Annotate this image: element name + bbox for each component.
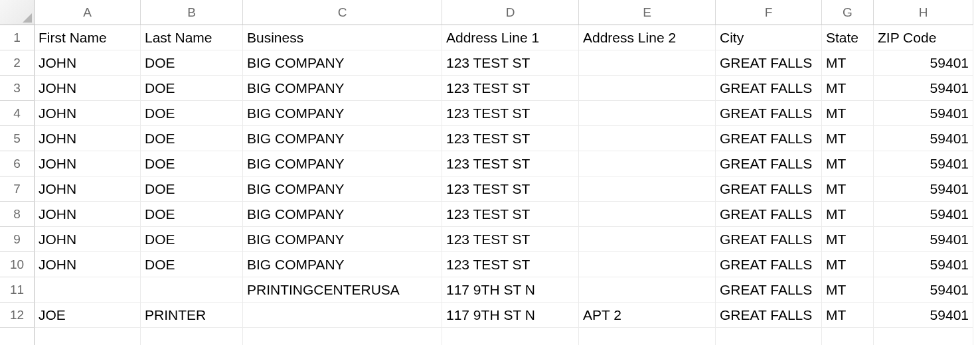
column-header[interactable]: C: [243, 0, 442, 25]
table-cell[interactable]: MT: [822, 303, 874, 328]
table-cell[interactable]: DOE: [141, 227, 243, 252]
table-cell[interactable]: DOE: [141, 202, 243, 227]
table-cell[interactable]: 123 TEST ST: [442, 126, 579, 151]
table-cell[interactable]: 117 9TH ST N: [442, 277, 579, 303]
table-cell[interactable]: 59401: [874, 151, 973, 176]
row-header[interactable]: 6: [0, 151, 35, 176]
table-cell[interactable]: [822, 328, 874, 345]
table-cell[interactable]: [579, 277, 716, 303]
select-all-corner[interactable]: [0, 0, 35, 25]
table-cell[interactable]: GREAT FALLS: [716, 227, 822, 252]
table-cell[interactable]: 123 TEST ST: [442, 151, 579, 176]
table-cell[interactable]: [579, 76, 716, 101]
table-header-cell[interactable]: ZIP Code: [874, 25, 973, 50]
table-cell[interactable]: MT: [822, 151, 874, 176]
column-header[interactable]: G: [822, 0, 874, 25]
table-cell[interactable]: 123 TEST ST: [442, 76, 579, 101]
table-cell[interactable]: [243, 303, 442, 328]
table-cell[interactable]: [35, 328, 141, 345]
table-cell[interactable]: BIG COMPANY: [243, 227, 442, 252]
table-cell[interactable]: MT: [822, 202, 874, 227]
row-header[interactable]: 8: [0, 202, 35, 227]
table-cell[interactable]: 123 TEST ST: [442, 252, 579, 277]
table-cell[interactable]: 59401: [874, 252, 973, 277]
table-cell[interactable]: [579, 252, 716, 277]
table-cell[interactable]: GREAT FALLS: [716, 76, 822, 101]
table-cell[interactable]: GREAT FALLS: [716, 176, 822, 202]
table-cell[interactable]: 59401: [874, 227, 973, 252]
table-cell[interactable]: [716, 328, 822, 345]
table-cell[interactable]: JOHN: [35, 101, 141, 126]
table-cell[interactable]: GREAT FALLS: [716, 252, 822, 277]
table-cell[interactable]: MT: [822, 101, 874, 126]
table-cell[interactable]: 59401: [874, 126, 973, 151]
table-cell[interactable]: GREAT FALLS: [716, 151, 822, 176]
table-cell[interactable]: [442, 328, 579, 345]
table-cell[interactable]: GREAT FALLS: [716, 202, 822, 227]
table-cell[interactable]: GREAT FALLS: [716, 277, 822, 303]
table-cell[interactable]: [141, 328, 243, 345]
row-header[interactable]: 5: [0, 126, 35, 151]
table-cell[interactable]: 123 TEST ST: [442, 227, 579, 252]
column-header[interactable]: D: [442, 0, 579, 25]
table-cell[interactable]: MT: [822, 50, 874, 76]
table-cell[interactable]: 123 TEST ST: [442, 202, 579, 227]
column-header[interactable]: A: [35, 0, 141, 25]
table-cell[interactable]: [579, 328, 716, 345]
table-cell[interactable]: MT: [822, 126, 874, 151]
table-cell[interactable]: DOE: [141, 252, 243, 277]
table-cell[interactable]: JOHN: [35, 76, 141, 101]
table-header-cell[interactable]: First Name: [35, 25, 141, 50]
table-cell[interactable]: [579, 50, 716, 76]
table-cell[interactable]: DOE: [141, 50, 243, 76]
table-cell[interactable]: BIG COMPANY: [243, 151, 442, 176]
table-cell[interactable]: BIG COMPANY: [243, 101, 442, 126]
table-header-cell[interactable]: Address Line 2: [579, 25, 716, 50]
table-cell[interactable]: JOHN: [35, 252, 141, 277]
row-header[interactable]: 9: [0, 227, 35, 252]
table-cell[interactable]: [579, 151, 716, 176]
table-cell[interactable]: DOE: [141, 126, 243, 151]
table-cell[interactable]: MT: [822, 252, 874, 277]
table-cell[interactable]: BIG COMPANY: [243, 176, 442, 202]
spreadsheet-grid[interactable]: ABCDEFGH1First NameLast NameBusinessAddr…: [0, 0, 980, 345]
row-header[interactable]: 10: [0, 252, 35, 277]
row-header[interactable]: 2: [0, 50, 35, 76]
table-cell[interactable]: 59401: [874, 303, 973, 328]
row-header[interactable]: [0, 328, 35, 345]
table-cell[interactable]: [579, 176, 716, 202]
column-header[interactable]: E: [579, 0, 716, 25]
table-cell[interactable]: APT 2: [579, 303, 716, 328]
table-header-cell[interactable]: Address Line 1: [442, 25, 579, 50]
table-cell[interactable]: BIG COMPANY: [243, 202, 442, 227]
table-cell[interactable]: [874, 328, 973, 345]
table-header-cell[interactable]: Business: [243, 25, 442, 50]
table-cell[interactable]: 59401: [874, 277, 973, 303]
table-cell[interactable]: PRINTINGCENTERUSA: [243, 277, 442, 303]
table-header-cell[interactable]: Last Name: [141, 25, 243, 50]
table-cell[interactable]: JOHN: [35, 151, 141, 176]
row-header[interactable]: 1: [0, 25, 35, 50]
table-cell[interactable]: BIG COMPANY: [243, 50, 442, 76]
table-cell[interactable]: JOHN: [35, 126, 141, 151]
table-cell[interactable]: [141, 277, 243, 303]
table-cell[interactable]: BIG COMPANY: [243, 76, 442, 101]
column-header[interactable]: B: [141, 0, 243, 25]
row-header[interactable]: 12: [0, 303, 35, 328]
table-cell[interactable]: [579, 202, 716, 227]
table-cell[interactable]: MT: [822, 227, 874, 252]
table-cell[interactable]: 59401: [874, 176, 973, 202]
table-cell[interactable]: JOE: [35, 303, 141, 328]
table-cell[interactable]: DOE: [141, 101, 243, 126]
table-cell[interactable]: 59401: [874, 50, 973, 76]
table-cell[interactable]: 123 TEST ST: [442, 101, 579, 126]
table-cell[interactable]: GREAT FALLS: [716, 126, 822, 151]
table-cell[interactable]: GREAT FALLS: [716, 101, 822, 126]
table-cell[interactable]: MT: [822, 277, 874, 303]
table-cell[interactable]: [35, 277, 141, 303]
table-cell[interactable]: MT: [822, 76, 874, 101]
table-cell[interactable]: [243, 328, 442, 345]
table-cell[interactable]: 117 9TH ST N: [442, 303, 579, 328]
table-cell[interactable]: 123 TEST ST: [442, 176, 579, 202]
table-header-cell[interactable]: State: [822, 25, 874, 50]
